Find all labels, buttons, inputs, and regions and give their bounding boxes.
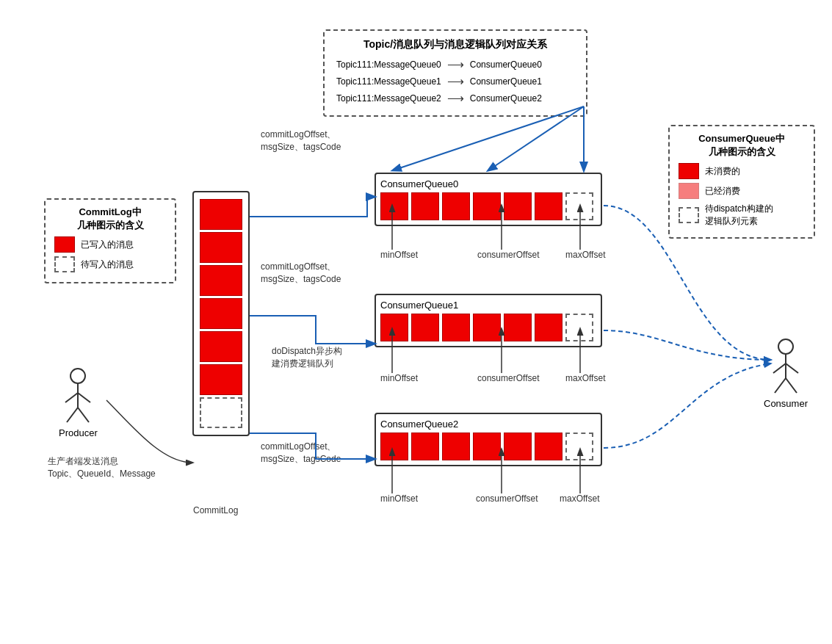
cl-block-4: [200, 331, 242, 362]
svg-point-0: [70, 369, 85, 383]
annotation-offset1: commitLogOffset、 msgSize、tagsCode: [261, 129, 341, 153]
commitlog-legend: CommitLog中 几种图示的含义 已写入的消息 待写入的消息: [44, 198, 176, 283]
cq2-max-label: maxOffset: [560, 493, 599, 504]
svg-line-8: [773, 363, 786, 373]
cq0-title: ConsumerQueue0: [380, 178, 596, 189]
svg-line-2: [65, 393, 78, 402]
producer-svg: [59, 367, 96, 426]
cq-legend-item-1: 已经消费: [679, 183, 805, 199]
svg-line-4: [67, 408, 78, 422]
svg-line-3: [78, 393, 90, 402]
topic-row-0-from: Topic111:MessageQueue0: [336, 59, 441, 70]
red-block-icon: [54, 236, 75, 253]
commitlog-legend-item-1-label: 待写入的消息: [81, 258, 134, 271]
diagram: Topic/消息队列与消息逻辑队列对应关系 Topic111:MessageQu…: [0, 0, 832, 644]
consumer-label: Consumer: [764, 398, 808, 409]
topic-row-2-arrow: ⟶: [447, 91, 464, 105]
commitlog-legend-item-0: 已写入的消息: [54, 236, 166, 253]
commitlog-container: [192, 191, 250, 436]
commitlog-label: CommitLog: [193, 505, 238, 515]
svg-point-6: [778, 339, 793, 354]
cq2-block-dashed: [565, 433, 593, 460]
arrow-cl-cq1: [250, 316, 375, 344]
svg-line-10: [775, 378, 786, 393]
cq2-title: ConsumerQueue2: [380, 419, 596, 430]
svg-line-9: [786, 363, 798, 373]
svg-line-11: [786, 378, 797, 393]
cq0-container: ConsumerQueue0: [375, 173, 602, 226]
topic-row-0-arrow: ⟶: [447, 57, 464, 71]
producer-figure: Producer: [59, 367, 98, 438]
cq2-block-4: [504, 433, 532, 460]
topic-box-title: Topic/消息队列与消息逻辑队列对应关系: [336, 38, 574, 51]
cq2-container: ConsumerQueue2: [375, 413, 602, 466]
cq0-min-label: minOffset: [380, 250, 418, 260]
cq-legend-title: ConsumerQueue中 几种图示的含义: [679, 132, 805, 159]
annotation-offset2: commitLogOffset、 msgSize、tagsCode: [261, 261, 341, 286]
topic-row-2: Topic111:MessageQueue2 ⟶ ConsumerQueue2: [336, 91, 574, 105]
cq2-blocks: [380, 433, 596, 460]
cq0-max-label: maxOffset: [565, 250, 605, 260]
cq1-min-label: minOffset: [380, 373, 418, 383]
cq1-title: ConsumerQueue1: [380, 300, 596, 311]
cl-block-5: [200, 364, 242, 395]
cl-block-1: [200, 232, 242, 263]
cq-red-block-1-icon: [679, 183, 699, 199]
arrow-cl-cq0: [250, 197, 375, 217]
cq-red-block-0-icon: [679, 163, 699, 179]
arrow-producer-cl: [106, 400, 192, 463]
cq0-block-1: [411, 192, 439, 220]
cq0-block-0: [380, 192, 408, 220]
cq-legend-item-2-label: 待dispatch构建的 逻辑队列元素: [705, 203, 773, 228]
cl-block-dashed: [200, 397, 242, 428]
cq1-block-dashed: [565, 314, 593, 341]
annotation-dispatch: doDispatch异步构 建消费逻辑队列: [272, 345, 342, 370]
cq-legend-item-0: 未消费的: [679, 163, 805, 179]
cq1-block-0: [380, 314, 408, 341]
cq0-consumer-label: consumerOffset: [477, 250, 539, 260]
cq1-block-1: [411, 314, 439, 341]
topic-row-1-arrow: ⟶: [447, 74, 464, 88]
cq0-block-5: [535, 192, 562, 220]
consumerqueue-legend: ConsumerQueue中 几种图示的含义 未消费的 已经消费 待dispat…: [668, 125, 815, 239]
cq1-consumer-label: consumerOffset: [477, 373, 539, 383]
topic-row-0-to: ConsumerQueue0: [470, 59, 542, 70]
cq2-block-0: [380, 433, 408, 460]
cq1-block-2: [442, 314, 470, 341]
topic-mapping-box: Topic/消息队列与消息逻辑队列对应关系 Topic111:MessageQu…: [323, 29, 587, 117]
cq2-block-3: [473, 433, 501, 460]
cq2-block-5: [535, 433, 562, 460]
annotation-offset3: commitLogOffset、 msgSize、tagsCode: [261, 441, 341, 466]
cq-legend-item-2: 待dispatch构建的 逻辑队列元素: [679, 203, 805, 228]
cq0-block-4: [504, 192, 532, 220]
topic-row-1-from: Topic111:MessageQueue1: [336, 76, 441, 87]
dashed-arrow-cq1-consumer: [604, 330, 771, 360]
cq1-blocks: [380, 314, 596, 341]
cq1-max-label: maxOffset: [565, 373, 605, 383]
consumer-figure: Consumer: [764, 338, 808, 409]
cq0-blocks: [380, 192, 596, 220]
commitlog-legend-item-0-label: 已写入的消息: [81, 239, 134, 251]
cq2-block-2: [442, 433, 470, 460]
topic-row-2-to: ConsumerQueue2: [470, 93, 542, 104]
topic-row-0: Topic111:MessageQueue0 ⟶ ConsumerQueue0: [336, 57, 574, 71]
dashed-arrow-cq2-consumer: [604, 363, 771, 448]
commitlog-legend-title: CommitLog中 几种图示的含义: [54, 206, 166, 232]
topic-row-1-to: ConsumerQueue1: [470, 76, 542, 87]
cq-legend-item-1-label: 已经消费: [705, 185, 740, 198]
producer-msg-label: 生产者端发送消息 Topic、QueueId、Message: [48, 455, 156, 480]
cq1-block-5: [535, 314, 562, 341]
cq2-block-1: [411, 433, 439, 460]
cq2-min-label: minOffset: [380, 493, 418, 504]
topic-row-2-from: Topic111:MessageQueue2: [336, 93, 441, 104]
cq1-container: ConsumerQueue1: [375, 294, 602, 347]
cq1-block-3: [473, 314, 501, 341]
dashed-block-icon: [54, 256, 75, 272]
topic-row-1: Topic111:MessageQueue1 ⟶ ConsumerQueue1: [336, 74, 574, 88]
cq0-block-3: [473, 192, 501, 220]
cq0-block-dashed: [565, 192, 593, 220]
cq2-consumer-label: consumerOffset: [476, 493, 538, 504]
producer-label: Producer: [59, 427, 98, 438]
consumer-svg: [767, 338, 804, 397]
cq-legend-item-0-label: 未消费的: [705, 165, 740, 178]
